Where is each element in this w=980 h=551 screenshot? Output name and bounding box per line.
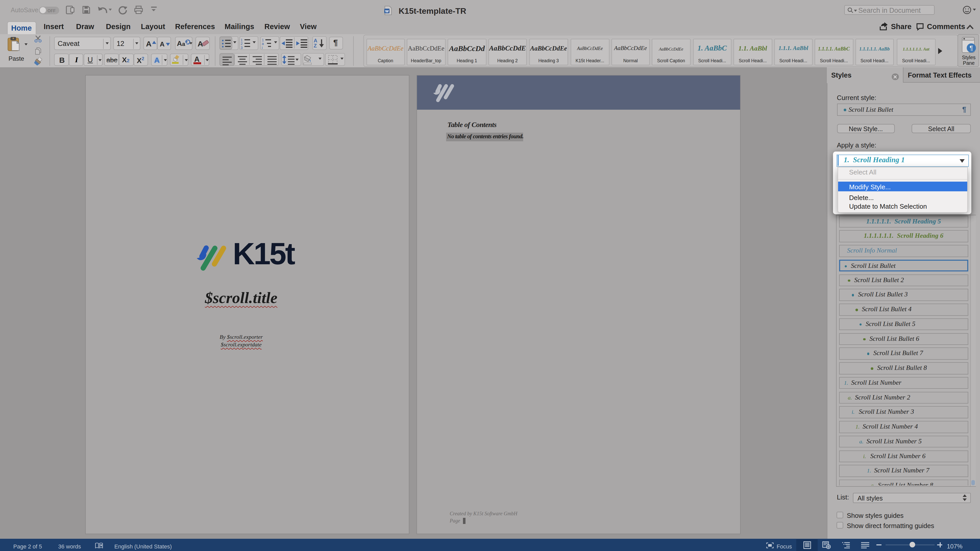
svg-text:¶: ¶ [969,44,973,52]
svg-text:W: W [385,9,389,13]
